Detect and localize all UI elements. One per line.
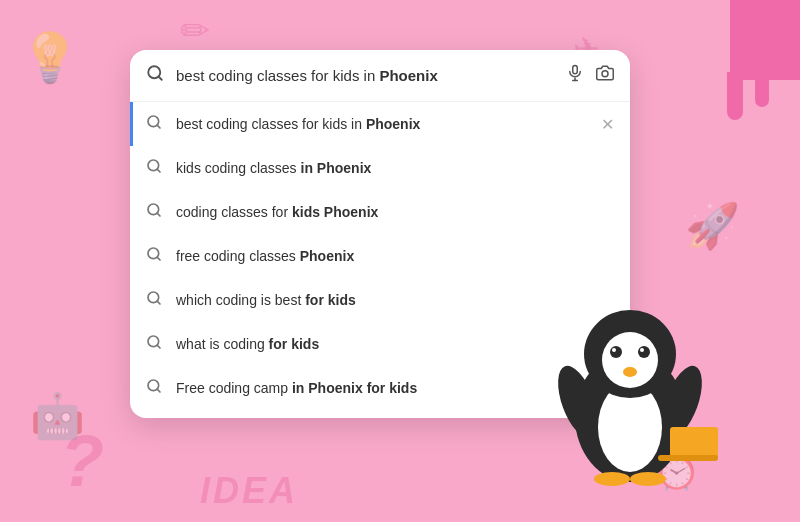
drip-decoration bbox=[700, 0, 800, 160]
camera-icon[interactable] bbox=[596, 64, 614, 87]
svg-line-27 bbox=[157, 389, 160, 392]
suggestion-text: kids coding classes in Phoenix bbox=[176, 160, 614, 176]
suggestion-row[interactable]: kids coding classes in Phoenix bbox=[130, 146, 630, 190]
suggestion-text: best coding classes for kids in Phoenix bbox=[176, 116, 587, 132]
svg-point-5 bbox=[755, 93, 769, 107]
svg-point-43 bbox=[594, 472, 630, 486]
search-bar[interactable]: best coding classes for kids in Phoenix bbox=[130, 50, 630, 102]
rocket-icon: 🚀 bbox=[685, 200, 740, 252]
search-icon bbox=[146, 158, 162, 178]
search-input-display[interactable]: best coding classes for kids in Phoenix bbox=[176, 67, 554, 84]
svg-rect-6 bbox=[775, 0, 787, 70]
svg-line-19 bbox=[157, 213, 160, 216]
search-text-prefix: best coding classes for kids in bbox=[176, 67, 379, 84]
question-mark-icon: ? bbox=[60, 420, 104, 502]
mic-icon[interactable] bbox=[566, 64, 584, 87]
svg-rect-41 bbox=[670, 427, 718, 459]
search-icon bbox=[146, 334, 162, 354]
svg-point-34 bbox=[612, 348, 616, 352]
suggestion-text: coding classes for kids Phoenix bbox=[176, 204, 614, 220]
suggestion-text: free coding classes Phoenix bbox=[176, 248, 614, 264]
suggestion-row[interactable]: coding classes for kids Phoenix bbox=[130, 190, 630, 234]
svg-point-33 bbox=[610, 346, 622, 358]
search-text-bold: Phoenix bbox=[379, 67, 437, 84]
suggestion-row[interactable]: best coding classes for kids in Phoenix … bbox=[130, 102, 630, 146]
svg-point-38 bbox=[623, 367, 637, 377]
search-icon bbox=[146, 114, 162, 134]
svg-point-13 bbox=[602, 71, 608, 77]
svg-point-37 bbox=[640, 348, 644, 352]
svg-line-25 bbox=[157, 345, 160, 348]
svg-line-9 bbox=[158, 76, 161, 79]
search-icon bbox=[146, 64, 164, 87]
svg-point-36 bbox=[638, 346, 650, 358]
svg-point-7 bbox=[775, 64, 787, 76]
svg-line-21 bbox=[157, 257, 160, 260]
lightbulb-icon: 💡 bbox=[20, 30, 80, 86]
svg-rect-42 bbox=[658, 455, 718, 461]
search-icon bbox=[146, 290, 162, 310]
svg-line-15 bbox=[157, 125, 160, 128]
svg-point-3 bbox=[727, 104, 743, 120]
search-icon bbox=[146, 378, 162, 398]
search-icon bbox=[146, 202, 162, 222]
close-icon[interactable]: ✕ bbox=[601, 115, 614, 134]
svg-line-17 bbox=[157, 169, 160, 172]
pencil-left-icon: ✏ bbox=[180, 10, 210, 52]
svg-rect-4 bbox=[755, 0, 769, 100]
idea-text: IDEA bbox=[200, 470, 298, 512]
penguin-mascot bbox=[540, 272, 720, 492]
svg-point-44 bbox=[630, 472, 666, 486]
svg-rect-10 bbox=[573, 66, 578, 74]
search-icon bbox=[146, 246, 162, 266]
svg-line-23 bbox=[157, 301, 160, 304]
